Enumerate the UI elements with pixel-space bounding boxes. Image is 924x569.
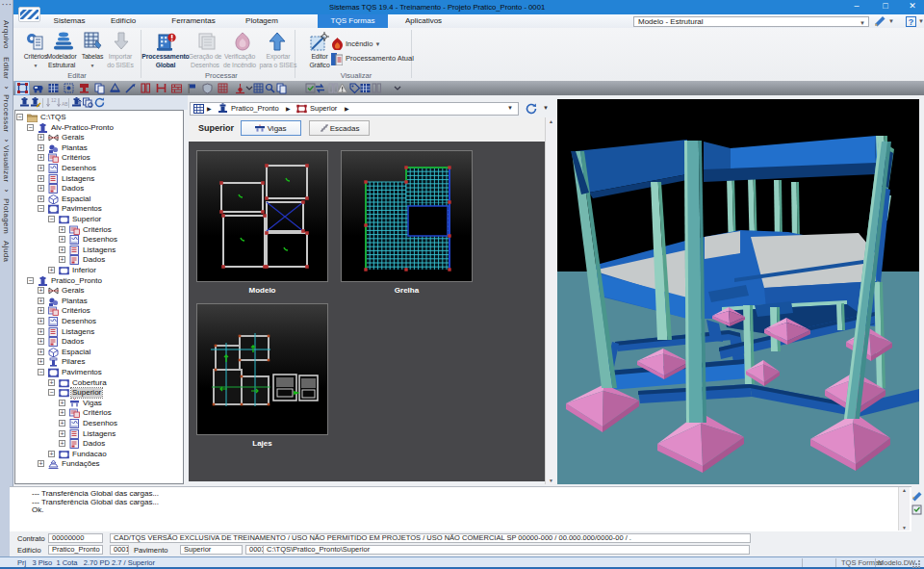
svg-text:12: 12	[51, 97, 57, 103]
svg-text:AB: AB	[62, 101, 68, 107]
